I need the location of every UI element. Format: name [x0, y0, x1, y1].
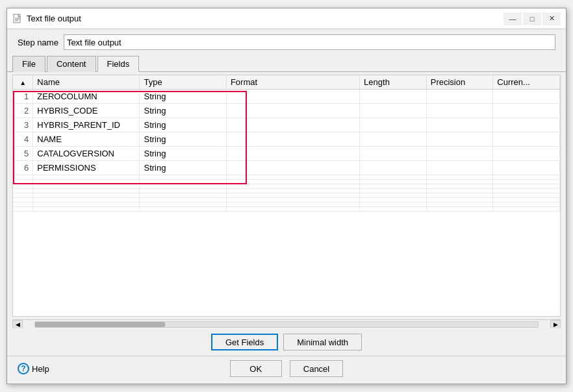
cell-name: HYBRIS_CODE: [33, 104, 140, 118]
close-button[interactable]: ✕: [542, 12, 561, 25]
cell-precision: [426, 161, 493, 175]
table-row[interactable]: 5 CATALOGVERSION String: [13, 147, 560, 161]
step-name-label: Step name: [18, 38, 58, 47]
minimal-width-button[interactable]: Minimal width: [283, 334, 362, 350]
cell-name: CATALOGVERSION: [33, 147, 140, 161]
cell-num: 2: [13, 104, 33, 118]
cell-type: String: [140, 90, 226, 104]
cell-num: 3: [13, 118, 33, 132]
cell-name: NAME: [33, 132, 140, 147]
cancel-button[interactable]: Cancel: [290, 360, 343, 377]
col-header-length[interactable]: Length: [360, 75, 427, 90]
cell-currency: [493, 104, 560, 118]
title-bar: Text file output — □ ✕: [7, 8, 566, 29]
fields-table: ▲ Name Type Format Length Precision Curr…: [13, 75, 560, 212]
cell-length: [360, 118, 427, 132]
cell-format: [226, 104, 359, 118]
cell-num: 4: [13, 132, 33, 147]
cell-length: [360, 132, 427, 147]
tab-file[interactable]: File: [12, 56, 45, 72]
col-header-format[interactable]: Format: [226, 75, 359, 90]
table-row[interactable]: 3 HYBRIS_PARENT_ID String: [13, 118, 560, 132]
cell-num: 5: [13, 147, 33, 161]
help-label: Help: [32, 364, 49, 374]
cell-type: String: [140, 104, 226, 118]
horizontal-scrollbar[interactable]: ◀ ▶: [12, 319, 561, 328]
table-header-row: ▲ Name Type Format Length Precision Curr…: [13, 75, 560, 90]
table-wrapper: ▲ Name Type Format Length Precision Curr…: [13, 75, 560, 212]
table-row-empty: [13, 184, 560, 189]
hscroll-track[interactable]: [34, 321, 539, 328]
fields-table-container[interactable]: ▲ Name Type Format Length Precision Curr…: [12, 75, 561, 317]
tab-fields[interactable]: Fields: [97, 56, 140, 72]
col-header-num: ▲: [13, 75, 33, 90]
cell-type: String: [140, 132, 226, 147]
cell-format: [226, 132, 359, 147]
cell-length: [360, 147, 427, 161]
cell-format: [226, 161, 359, 175]
cell-type: String: [140, 161, 226, 175]
help-button[interactable]: ? Help: [18, 363, 49, 374]
table-row[interactable]: 6 PERMISSIONS String: [13, 161, 560, 175]
col-header-name[interactable]: Name: [33, 75, 140, 90]
cell-name: HYBRIS_PARENT_ID: [33, 118, 140, 132]
cell-precision: [426, 132, 493, 147]
minimize-button[interactable]: —: [503, 12, 522, 25]
step-name-row: Step name: [7, 29, 566, 55]
table-row-empty: [13, 193, 560, 198]
cell-name: ZEROCOLUMN: [33, 90, 140, 104]
tabs-row: File Content Fields: [7, 55, 566, 72]
table-row-empty: [13, 189, 560, 193]
scroll-right-arrow[interactable]: ▶: [550, 320, 561, 329]
cell-format: [226, 147, 359, 161]
cell-precision: [426, 104, 493, 118]
file-icon: [12, 14, 23, 24]
title-bar-left: Text file output: [12, 14, 81, 24]
help-icon: ?: [18, 363, 29, 374]
col-header-precision[interactable]: Precision: [426, 75, 493, 90]
table-row-empty: [13, 207, 560, 212]
cell-currency: [493, 118, 560, 132]
get-fields-button[interactable]: Get Fields: [211, 334, 278, 350]
table-row[interactable]: 1 ZEROCOLUMN String: [13, 90, 560, 104]
table-row[interactable]: 2 HYBRIS_CODE String: [13, 104, 560, 118]
ok-button[interactable]: OK: [230, 360, 282, 377]
cell-precision: [426, 118, 493, 132]
action-buttons-row: Get Fields Minimal width: [7, 328, 566, 356]
cell-format: [226, 118, 359, 132]
hscroll-thumb[interactable]: [35, 322, 165, 327]
step-name-input[interactable]: [64, 34, 555, 50]
cell-length: [360, 90, 427, 104]
table-row-empty: [13, 175, 560, 180]
cell-num: 6: [13, 161, 33, 175]
table-row[interactable]: 4 NAME String: [13, 132, 560, 147]
cell-type: String: [140, 147, 226, 161]
maximize-button[interactable]: □: [523, 12, 541, 25]
window-title: Text file output: [27, 14, 81, 23]
cell-type: String: [140, 118, 226, 132]
cell-currency: [493, 147, 560, 161]
cell-name: PERMISSIONS: [33, 161, 140, 175]
cell-precision: [426, 147, 493, 161]
cell-format: [226, 90, 359, 104]
cell-length: [360, 161, 427, 175]
table-row-empty: [13, 202, 560, 207]
scroll-left-arrow[interactable]: ◀: [12, 320, 23, 329]
cell-num: 1: [13, 90, 33, 104]
bottom-row: ? Help OK Cancel: [7, 356, 566, 384]
cell-currency: [493, 90, 560, 104]
main-window: Text file output — □ ✕ Step name File Co…: [6, 8, 567, 384]
tab-content[interactable]: Content: [47, 56, 96, 72]
cell-precision: [426, 90, 493, 104]
cell-currency: [493, 161, 560, 175]
cell-currency: [493, 132, 560, 147]
cell-length: [360, 104, 427, 118]
table-row-empty: [13, 198, 560, 202]
col-header-currency[interactable]: Curren...: [493, 75, 560, 90]
window-controls: — □ ✕: [503, 12, 561, 25]
table-row-empty: [13, 180, 560, 184]
table-body: 1 ZEROCOLUMN String 2 HYBRIS_CODE String: [13, 90, 560, 212]
col-header-type[interactable]: Type: [140, 75, 226, 90]
